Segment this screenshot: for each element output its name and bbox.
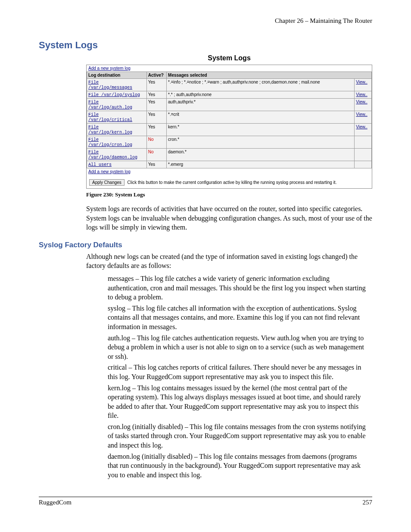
log-view-cell: View.. [355, 124, 372, 136]
log-view-cell: View.. [355, 79, 372, 91]
figure-caption: Figure 230: System Logs [86, 191, 372, 198]
col-header-active: Active? [146, 72, 166, 79]
log-active-cell: Yes [146, 79, 166, 91]
panel-title: System Logs [86, 54, 372, 62]
view-log-link[interactable]: View.. [356, 124, 367, 129]
log-messages-cell: *.=crit [167, 111, 355, 124]
chapter-header: Chapter 26 – Maintaining The Router [39, 17, 372, 25]
def-daemonlog: daemon.log (initially disabled) – This l… [108, 452, 368, 480]
log-view-cell [355, 161, 372, 168]
table-row: File /var/log/cron.logNocron.* [87, 136, 372, 149]
log-destination-link[interactable]: File /var/log/auth.log [88, 100, 132, 110]
log-destination-link[interactable]: File /var/log/kern.log [88, 125, 132, 135]
log-view-cell: View.. [355, 99, 372, 111]
log-messages-cell: daemon.* [167, 149, 355, 161]
table-row: File /var/log/messagesYes*.=info ; *.=no… [87, 79, 372, 91]
table-row: File /var/log/auth.logYesauth,authpriv.*… [87, 99, 372, 111]
log-messages-cell: *.=info ; *.=notice ; *.=warn ; auth,aut… [167, 79, 355, 91]
log-active-cell: No [146, 136, 166, 149]
section-title: System Logs [39, 40, 372, 51]
table-row: File /var/log/daemon.logNodaemon.* [87, 149, 372, 161]
view-log-link[interactable]: View.. [356, 92, 367, 97]
table-row: File /var/log/kern.logYeskern.*View.. [87, 124, 372, 136]
log-active-cell: Yes [146, 124, 166, 136]
log-view-cell: View.. [355, 91, 372, 99]
log-destination-link[interactable]: File /var/log/messages [88, 80, 132, 90]
log-destination-link[interactable]: All users [88, 162, 112, 167]
footer-left: RuggedCom [39, 499, 72, 506]
col-header-msg: Messages selected [167, 72, 372, 79]
log-messages-cell: *.emerg [167, 161, 355, 168]
def-authlog: auth.log – This log file catches authent… [108, 333, 368, 361]
table-header-row: Log destination Active? Messages selecte… [87, 72, 372, 79]
intro-paragraph: System logs are records of activities th… [86, 204, 372, 232]
log-destination-link[interactable]: File /var/log/critical [88, 112, 132, 122]
view-log-link[interactable]: View.. [356, 112, 367, 117]
log-active-cell: Yes [146, 161, 166, 168]
system-logs-panel: Add a new system log Log destination Act… [86, 65, 372, 189]
definitions-block: messages – This log file catches a wide … [108, 274, 368, 479]
apply-changes-desc: Click this button to make the current co… [128, 180, 337, 185]
def-critical: critical – This log catches reports of c… [108, 363, 368, 381]
log-destination-link[interactable]: File /var/log/syslog [88, 93, 140, 97]
view-log-link[interactable]: View.. [356, 100, 367, 104]
log-messages-cell: *.* ; auth,authpriv.none [167, 91, 355, 99]
def-kernlog: kern.log – This log contains messages is… [108, 383, 368, 420]
table-row: File /var/log/criticalYes*.=critView.. [87, 111, 372, 124]
page-footer: RuggedCom 257 [39, 497, 372, 506]
col-header-dest: Log destination [87, 72, 147, 79]
def-messages: messages – This log file catches a wide … [108, 274, 368, 302]
subsection-title: Syslog Factory Defaults [39, 241, 372, 249]
log-messages-cell: auth,authpriv.* [167, 99, 355, 111]
def-cronlog: cron.log (initially disabled) – This log… [108, 422, 368, 450]
apply-changes-button[interactable]: Apply Changes [89, 179, 125, 186]
log-active-cell: Yes [146, 91, 166, 99]
footer-right: 257 [363, 499, 373, 506]
add-log-link-top[interactable]: Add a new system log [88, 66, 131, 71]
log-active-cell: Yes [146, 99, 166, 111]
log-messages-cell: cron.* [167, 136, 355, 149]
logs-table: Log destination Active? Messages selecte… [87, 72, 372, 168]
table-row: All usersYes*.emerg [87, 161, 372, 168]
log-destination-link[interactable]: File /var/log/daemon.log [88, 150, 137, 160]
subsection-intro: Although new logs can be created (and th… [86, 252, 372, 271]
log-view-cell [355, 149, 372, 161]
log-view-cell [355, 136, 372, 149]
log-destination-link[interactable]: File /var/log/cron.log [88, 137, 132, 147]
log-active-cell: No [146, 149, 166, 161]
apply-row: Apply Changes Click this button to make … [87, 179, 372, 188]
log-active-cell: Yes [146, 111, 166, 124]
view-log-link[interactable]: View.. [356, 80, 367, 84]
add-log-link-bottom[interactable]: Add a new system log [88, 169, 131, 174]
log-view-cell: View.. [355, 111, 372, 124]
table-row: File /var/log/syslogYes*.* ; auth,authpr… [87, 91, 372, 99]
log-messages-cell: kern.* [167, 124, 355, 136]
def-syslog: syslog – This log file catches all infor… [108, 304, 368, 332]
